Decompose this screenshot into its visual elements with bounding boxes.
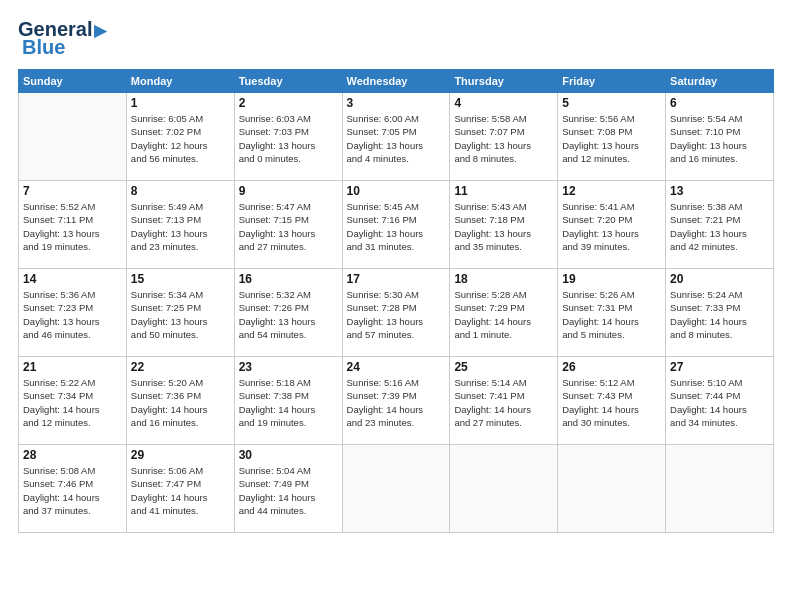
- calendar-cell: 11Sunrise: 5:43 AM Sunset: 7:18 PM Dayli…: [450, 181, 558, 269]
- day-info: Sunrise: 5:08 AM Sunset: 7:46 PM Dayligh…: [23, 464, 122, 517]
- calendar-cell: 4Sunrise: 5:58 AM Sunset: 7:07 PM Daylig…: [450, 93, 558, 181]
- logo-blue: Blue: [22, 36, 65, 59]
- day-info: Sunrise: 5:56 AM Sunset: 7:08 PM Dayligh…: [562, 112, 661, 165]
- day-info: Sunrise: 5:20 AM Sunset: 7:36 PM Dayligh…: [131, 376, 230, 429]
- day-number: 12: [562, 184, 661, 198]
- day-info: Sunrise: 5:32 AM Sunset: 7:26 PM Dayligh…: [239, 288, 338, 341]
- calendar-cell: 19Sunrise: 5:26 AM Sunset: 7:31 PM Dayli…: [558, 269, 666, 357]
- calendar-cell: 7Sunrise: 5:52 AM Sunset: 7:11 PM Daylig…: [19, 181, 127, 269]
- calendar-cell: 20Sunrise: 5:24 AM Sunset: 7:33 PM Dayli…: [666, 269, 774, 357]
- logo-bird-icon: ▶: [94, 22, 106, 39]
- day-number: 4: [454, 96, 553, 110]
- day-number: 8: [131, 184, 230, 198]
- day-info: Sunrise: 6:00 AM Sunset: 7:05 PM Dayligh…: [347, 112, 446, 165]
- week-row-3: 14Sunrise: 5:36 AM Sunset: 7:23 PM Dayli…: [19, 269, 774, 357]
- calendar-cell: 6Sunrise: 5:54 AM Sunset: 7:10 PM Daylig…: [666, 93, 774, 181]
- day-info: Sunrise: 5:58 AM Sunset: 7:07 PM Dayligh…: [454, 112, 553, 165]
- calendar-cell: 26Sunrise: 5:12 AM Sunset: 7:43 PM Dayli…: [558, 357, 666, 445]
- day-number: 2: [239, 96, 338, 110]
- page: General▶ Blue SundayMondayTuesdayWednesd…: [0, 0, 792, 612]
- day-number: 13: [670, 184, 769, 198]
- header: General▶ Blue: [18, 18, 774, 59]
- calendar-cell: 30Sunrise: 5:04 AM Sunset: 7:49 PM Dayli…: [234, 445, 342, 533]
- calendar-cell: [450, 445, 558, 533]
- week-row-2: 7Sunrise: 5:52 AM Sunset: 7:11 PM Daylig…: [19, 181, 774, 269]
- weekday-header-tuesday: Tuesday: [234, 70, 342, 93]
- day-info: Sunrise: 5:26 AM Sunset: 7:31 PM Dayligh…: [562, 288, 661, 341]
- weekday-header-sunday: Sunday: [19, 70, 127, 93]
- day-number: 20: [670, 272, 769, 286]
- weekday-header-wednesday: Wednesday: [342, 70, 450, 93]
- calendar-cell: 18Sunrise: 5:28 AM Sunset: 7:29 PM Dayli…: [450, 269, 558, 357]
- day-number: 30: [239, 448, 338, 462]
- calendar-cell: 1Sunrise: 6:05 AM Sunset: 7:02 PM Daylig…: [126, 93, 234, 181]
- day-number: 29: [131, 448, 230, 462]
- day-number: 10: [347, 184, 446, 198]
- calendar-cell: 5Sunrise: 5:56 AM Sunset: 7:08 PM Daylig…: [558, 93, 666, 181]
- day-info: Sunrise: 5:52 AM Sunset: 7:11 PM Dayligh…: [23, 200, 122, 253]
- day-number: 3: [347, 96, 446, 110]
- day-info: Sunrise: 5:49 AM Sunset: 7:13 PM Dayligh…: [131, 200, 230, 253]
- day-number: 15: [131, 272, 230, 286]
- day-info: Sunrise: 5:16 AM Sunset: 7:39 PM Dayligh…: [347, 376, 446, 429]
- day-info: Sunrise: 5:14 AM Sunset: 7:41 PM Dayligh…: [454, 376, 553, 429]
- day-number: 19: [562, 272, 661, 286]
- logo: General▶ Blue: [18, 18, 106, 59]
- day-info: Sunrise: 5:43 AM Sunset: 7:18 PM Dayligh…: [454, 200, 553, 253]
- weekday-header-monday: Monday: [126, 70, 234, 93]
- calendar-cell: 15Sunrise: 5:34 AM Sunset: 7:25 PM Dayli…: [126, 269, 234, 357]
- calendar-cell: 2Sunrise: 6:03 AM Sunset: 7:03 PM Daylig…: [234, 93, 342, 181]
- calendar: SundayMondayTuesdayWednesdayThursdayFrid…: [18, 69, 774, 533]
- day-info: Sunrise: 5:47 AM Sunset: 7:15 PM Dayligh…: [239, 200, 338, 253]
- week-row-1: 1Sunrise: 6:05 AM Sunset: 7:02 PM Daylig…: [19, 93, 774, 181]
- day-number: 11: [454, 184, 553, 198]
- day-info: Sunrise: 5:45 AM Sunset: 7:16 PM Dayligh…: [347, 200, 446, 253]
- calendar-cell: [19, 93, 127, 181]
- calendar-cell: 10Sunrise: 5:45 AM Sunset: 7:16 PM Dayli…: [342, 181, 450, 269]
- calendar-cell: [666, 445, 774, 533]
- calendar-cell: 29Sunrise: 5:06 AM Sunset: 7:47 PM Dayli…: [126, 445, 234, 533]
- day-info: Sunrise: 5:41 AM Sunset: 7:20 PM Dayligh…: [562, 200, 661, 253]
- calendar-cell: 24Sunrise: 5:16 AM Sunset: 7:39 PM Dayli…: [342, 357, 450, 445]
- calendar-cell: 23Sunrise: 5:18 AM Sunset: 7:38 PM Dayli…: [234, 357, 342, 445]
- day-number: 7: [23, 184, 122, 198]
- weekday-header-row: SundayMondayTuesdayWednesdayThursdayFrid…: [19, 70, 774, 93]
- calendar-cell: 3Sunrise: 6:00 AM Sunset: 7:05 PM Daylig…: [342, 93, 450, 181]
- day-number: 21: [23, 360, 122, 374]
- calendar-cell: 25Sunrise: 5:14 AM Sunset: 7:41 PM Dayli…: [450, 357, 558, 445]
- day-number: 25: [454, 360, 553, 374]
- day-info: Sunrise: 5:04 AM Sunset: 7:49 PM Dayligh…: [239, 464, 338, 517]
- day-number: 14: [23, 272, 122, 286]
- day-info: Sunrise: 6:03 AM Sunset: 7:03 PM Dayligh…: [239, 112, 338, 165]
- day-info: Sunrise: 5:10 AM Sunset: 7:44 PM Dayligh…: [670, 376, 769, 429]
- day-number: 28: [23, 448, 122, 462]
- calendar-cell: 9Sunrise: 5:47 AM Sunset: 7:15 PM Daylig…: [234, 181, 342, 269]
- calendar-cell: 12Sunrise: 5:41 AM Sunset: 7:20 PM Dayli…: [558, 181, 666, 269]
- day-number: 16: [239, 272, 338, 286]
- day-info: Sunrise: 5:24 AM Sunset: 7:33 PM Dayligh…: [670, 288, 769, 341]
- weekday-header-thursday: Thursday: [450, 70, 558, 93]
- calendar-cell: 8Sunrise: 5:49 AM Sunset: 7:13 PM Daylig…: [126, 181, 234, 269]
- day-number: 6: [670, 96, 769, 110]
- week-row-5: 28Sunrise: 5:08 AM Sunset: 7:46 PM Dayli…: [19, 445, 774, 533]
- day-number: 17: [347, 272, 446, 286]
- day-info: Sunrise: 5:22 AM Sunset: 7:34 PM Dayligh…: [23, 376, 122, 429]
- calendar-cell: [342, 445, 450, 533]
- weekday-header-friday: Friday: [558, 70, 666, 93]
- calendar-cell: 13Sunrise: 5:38 AM Sunset: 7:21 PM Dayli…: [666, 181, 774, 269]
- day-number: 18: [454, 272, 553, 286]
- day-info: Sunrise: 5:12 AM Sunset: 7:43 PM Dayligh…: [562, 376, 661, 429]
- calendar-cell: 27Sunrise: 5:10 AM Sunset: 7:44 PM Dayli…: [666, 357, 774, 445]
- day-number: 22: [131, 360, 230, 374]
- day-number: 23: [239, 360, 338, 374]
- calendar-cell: 14Sunrise: 5:36 AM Sunset: 7:23 PM Dayli…: [19, 269, 127, 357]
- day-info: Sunrise: 5:36 AM Sunset: 7:23 PM Dayligh…: [23, 288, 122, 341]
- day-info: Sunrise: 5:38 AM Sunset: 7:21 PM Dayligh…: [670, 200, 769, 253]
- day-info: Sunrise: 5:54 AM Sunset: 7:10 PM Dayligh…: [670, 112, 769, 165]
- calendar-cell: 28Sunrise: 5:08 AM Sunset: 7:46 PM Dayli…: [19, 445, 127, 533]
- calendar-cell: 22Sunrise: 5:20 AM Sunset: 7:36 PM Dayli…: [126, 357, 234, 445]
- weekday-header-saturday: Saturday: [666, 70, 774, 93]
- calendar-cell: 16Sunrise: 5:32 AM Sunset: 7:26 PM Dayli…: [234, 269, 342, 357]
- calendar-cell: [558, 445, 666, 533]
- day-number: 27: [670, 360, 769, 374]
